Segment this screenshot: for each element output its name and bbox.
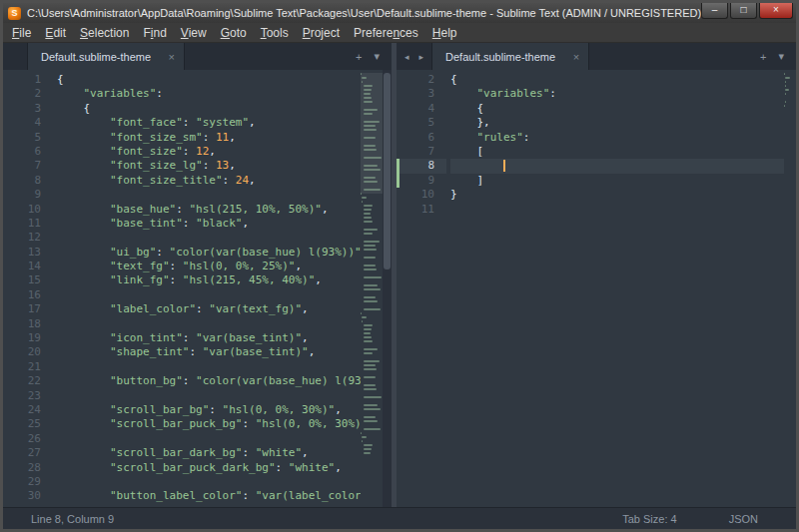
code-line[interactable]: "font_size_title": 24,	[57, 174, 361, 188]
code-line[interactable]	[57, 475, 361, 489]
code-line[interactable]	[57, 288, 361, 302]
scrollbar-puck[interactable]	[384, 73, 391, 269]
line-number: 24	[3, 403, 53, 417]
code-line[interactable]: "font_size": 12,	[57, 145, 361, 159]
code-line[interactable]: "icon_tint": "var(base_tint)",	[57, 331, 361, 345]
maximize-button[interactable]: □	[730, 3, 757, 19]
code-line[interactable]: "link_fg": "hsl(215, 45%, 40%)",	[57, 273, 361, 287]
code-line[interactable]: [	[450, 145, 784, 159]
code-line[interactable]: "scroll_bar_bg": "hsl(0, 0%, 30%)",	[57, 403, 361, 417]
minimap-line	[362, 77, 367, 79]
menu-item-find[interactable]: Find	[136, 24, 173, 42]
code-line[interactable]: "font_size_lg": 13,	[57, 159, 361, 173]
line-number: 2	[3, 87, 53, 101]
line-number: 13	[3, 246, 53, 260]
tab-overflow-menu-icon[interactable]: ▾	[778, 50, 784, 63]
tab-nav-back-icon[interactable]: ◂	[402, 52, 411, 62]
sublime-text-app-icon[interactable]: S	[8, 7, 21, 20]
code-line[interactable]: "ui_bg": "color(var(base_hue) l(93%))",	[57, 246, 361, 260]
minimap-line	[362, 197, 367, 199]
code-line[interactable]	[57, 188, 361, 202]
code-line[interactable]: {	[57, 102, 361, 116]
minimap-line	[364, 376, 377, 378]
code-line[interactable]	[450, 203, 784, 217]
menu-item-preferences[interactable]: Preferences	[347, 24, 425, 42]
menu-item-project[interactable]: Project	[296, 24, 347, 42]
tab-overflow-menu-icon[interactable]: ▾	[374, 50, 380, 63]
code-line[interactable]: "scroll_bar_puck_dark_bg": "white",	[57, 461, 361, 475]
code-line[interactable]: "variables":	[450, 87, 784, 101]
code-line[interactable]: },	[450, 116, 784, 130]
code-line[interactable]: "rules":	[450, 131, 784, 145]
vertical-scrollbar[interactable]	[383, 70, 392, 507]
minimap-line	[785, 77, 790, 79]
minimap-right[interactable]	[784, 70, 796, 507]
code-line[interactable]: "shape_tint": "var(base_tint)",	[57, 345, 361, 359]
code-line[interactable]: "scroll_bar_puck_bg": "hsl(0, 0%, 30%)",	[57, 417, 361, 431]
line-number: 7	[3, 159, 53, 173]
line-number: 6	[3, 145, 53, 159]
tab-size-status[interactable]: Tab Size: 4	[622, 513, 676, 525]
menu-item-view[interactable]: View	[174, 24, 214, 42]
line-number: 12	[3, 231, 53, 245]
minimap-line	[364, 165, 379, 167]
close-button[interactable]: ×	[759, 3, 793, 19]
line-number: 8	[3, 174, 53, 188]
code-line[interactable]: "text_fg": "hsl(0, 0%, 25%)",	[57, 260, 361, 273]
code-line[interactable]: "scroll_bar_dark_bg": "white",	[57, 446, 361, 460]
minimap-line	[364, 213, 371, 215]
tab-default-sublime-theme-left[interactable]: Default.sublime-theme ×	[27, 43, 185, 70]
line-number: 6	[397, 131, 446, 145]
code-line[interactable]: "label_color": "var(text_fg)",	[57, 302, 361, 316]
code-area-right[interactable]: { "variables": { }, "rules": [ ]}	[446, 70, 784, 507]
tab-default-sublime-theme-right[interactable]: Default.sublime-theme ×	[431, 43, 589, 70]
code-line[interactable]: ]	[450, 174, 784, 188]
code-line[interactable]: "font_face": "system",	[57, 116, 361, 130]
status-right-group: Tab Size: 4 JSON	[622, 513, 758, 525]
code-line[interactable]: "font_size_sm": 11,	[57, 131, 361, 145]
code-line[interactable]	[57, 231, 361, 245]
minimap-line	[364, 85, 373, 87]
minimap-viewport[interactable]	[361, 73, 383, 194]
minimap-line	[364, 181, 379, 183]
title-bar[interactable]: S C:\Users\Administrator\AppData\Roaming…	[3, 3, 796, 23]
minimap-line	[364, 388, 377, 390]
new-tab-button[interactable]: +	[356, 51, 362, 63]
tab-nav-forward-icon[interactable]: ▸	[417, 52, 426, 62]
new-tab-button[interactable]: +	[760, 51, 766, 63]
minimap-line	[364, 352, 373, 354]
code-line[interactable]: "base_tint": "black",	[57, 217, 361, 231]
code-line[interactable]: "button_label_color": "var(label_color)"…	[57, 489, 361, 503]
tab-close-icon[interactable]: ×	[169, 51, 175, 63]
editor-left: 1234567891011121314151617181920212223242…	[3, 70, 392, 507]
tab-bar-left: Default.sublime-theme × + ▾	[3, 43, 392, 70]
code-line[interactable]: {	[57, 73, 361, 87]
menu-item-file[interactable]: File	[5, 24, 38, 42]
minimap-line	[364, 276, 382, 278]
editor-pane-left: Default.sublime-theme × + ▾ 123456789101…	[3, 43, 392, 507]
code-line[interactable]: "variables":	[57, 87, 361, 101]
code-line[interactable]	[57, 432, 361, 446]
minimap-line	[362, 436, 367, 438]
code-line[interactable]: }	[450, 188, 784, 202]
code-line[interactable]: "button_bg": "color(var(base_hue) l(93%)…	[57, 374, 361, 388]
code-area-left[interactable]: { "variables": { "font_face": "system", …	[53, 70, 361, 507]
code-line[interactable]: "base_hue": "hsl(215, 10%, 50%)",	[57, 203, 361, 217]
minimize-button[interactable]: –	[701, 3, 728, 19]
minimap-left[interactable]	[361, 70, 383, 507]
code-line[interactable]	[450, 159, 784, 173]
minimap-content	[784, 73, 796, 111]
syntax-status[interactable]: JSON	[729, 513, 758, 525]
menu-item-goto[interactable]: Goto	[214, 24, 254, 42]
code-line[interactable]	[57, 389, 361, 403]
menu-item-edit[interactable]: Edit	[38, 24, 73, 42]
menu-item-selection[interactable]: Selection	[73, 24, 136, 42]
menu-item-tools[interactable]: Tools	[254, 24, 296, 42]
code-line[interactable]	[57, 317, 361, 331]
code-line[interactable]: {	[450, 73, 784, 87]
sublime-text-window: S C:\Users\Administrator\AppData\Roaming…	[0, 0, 799, 532]
menu-item-help[interactable]: Help	[425, 24, 464, 42]
tab-close-icon[interactable]: ×	[573, 51, 579, 63]
code-line[interactable]	[57, 360, 361, 374]
code-line[interactable]: {	[450, 102, 784, 116]
